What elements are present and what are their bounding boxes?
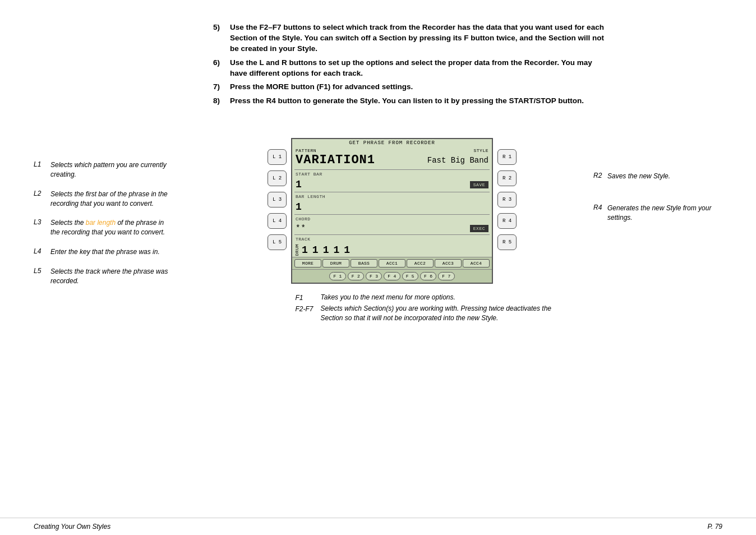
track-val-5: 1 (344, 245, 350, 256)
f4-button[interactable]: F 4 (384, 272, 400, 280)
annotation-l1: L1 Selects which pattern you are current… (34, 160, 196, 179)
start-bar-label: START BAR (296, 172, 322, 177)
right-buttons: R 1 R 2 R 3 R 4 R 5 (497, 149, 517, 256)
instruction-7: 7) Press the MORE button (F1) for advanc… (213, 82, 722, 93)
f1-button[interactable]: F 1 (329, 272, 345, 280)
l3-text: Selects the bar length of the phrase in … (50, 218, 174, 237)
instruction-6-num: 6) (213, 58, 230, 79)
l1-text: Selects which pattern you are currently … (50, 160, 174, 179)
l3-label: L3 (34, 218, 50, 226)
track-values: 1 1 1 1 1 (302, 245, 350, 256)
page-footer: Creating Your Own Styles P. 79 (0, 518, 756, 535)
pattern-value: VARIATION1 (296, 153, 375, 167)
more-button[interactable]: MORE (294, 259, 321, 268)
instruction-8-text: Press the R4 button to generate the Styl… (230, 96, 584, 107)
l4-button[interactable]: L 4 (268, 213, 287, 229)
track-label-row: TRACK (292, 236, 492, 243)
instruction-5-text: Use the F2–F7 buttons to select which tr… (230, 22, 611, 54)
lcd-screen: GET PHRASE FROM RECORDER PATTERN STYLE V… (291, 138, 493, 284)
drum-button[interactable]: DRUM (322, 259, 349, 268)
f3-button[interactable]: F 3 (366, 272, 382, 280)
f2-button[interactable]: F 2 (348, 272, 364, 280)
start-bar-row: START BAR (292, 170, 492, 178)
r5-button[interactable]: R 5 (497, 234, 517, 250)
lcd-title: GET PHRASE FROM RECORDER (292, 139, 492, 147)
track-val-4: 1 (333, 245, 339, 256)
pattern-label: PATTERN (296, 148, 316, 153)
r3-button[interactable]: R 3 (497, 192, 517, 207)
l4-text: Enter the key that the phrase was in. (50, 247, 160, 257)
instruction-7-num: 7) (213, 82, 230, 93)
instruction-7-text: Press the MORE button (F1) for advanced … (230, 82, 413, 93)
chord-value-row: ** EXEC (292, 223, 492, 234)
r4-text: Generates the new Style from your settin… (607, 204, 722, 223)
l5-label: L5 (34, 267, 50, 275)
annotation-l3: L3 Selects the bar length of the phrase … (34, 218, 196, 237)
bass-button[interactable]: BASS (351, 259, 377, 268)
style-label: STYLE (473, 148, 488, 153)
acc2-button[interactable]: ACC2 (407, 259, 434, 268)
r2-button[interactable]: R 2 (497, 170, 517, 186)
save-display-btn: SAVE (470, 181, 488, 188)
screen-wrapper: L 1 L 2 L 3 L 4 L 5 R 1 R 2 R 3 R 4 R 5 (291, 138, 493, 284)
l5-button[interactable]: L 5 (268, 234, 287, 250)
l4-label: L4 (34, 247, 50, 255)
r4-label: R4 (593, 204, 607, 211)
f7-button[interactable]: F 7 (438, 272, 454, 280)
diagram-area: L 1 L 2 L 3 L 4 L 5 R 1 R 2 R 3 R 4 R 5 (196, 127, 588, 524)
bar-length-value: 1 (296, 201, 302, 213)
f2f7-fn-label: F2-F7 (296, 304, 321, 323)
footnotes: F1 Takes you to the next menu for more o… (296, 293, 556, 324)
main-area: L1 Selects which pattern you are current… (34, 127, 722, 524)
annotation-l5: L5 Selects the track where the phrase wa… (34, 267, 196, 286)
annotation-l2: L2 Selects the first bar of the phrase i… (34, 190, 196, 209)
track-value-row: DRUM 1 1 1 1 1 (292, 243, 492, 257)
chord-label: CHORD (296, 216, 311, 222)
track-val-2: 1 (312, 245, 319, 256)
right-annotations: R2 Saves the new Style. R4 Generates the… (588, 127, 722, 524)
highlight-bar-length: bar length (86, 219, 116, 227)
annotation-l4: L4 Enter the key that the phrase was in. (34, 247, 196, 257)
f1-fn-text: Takes you to the next menu for more opti… (321, 293, 455, 303)
track-val-3: 1 (323, 245, 329, 256)
left-annotations: L1 Selects which pattern you are current… (34, 127, 196, 524)
l3-button[interactable]: L 3 (268, 192, 287, 207)
chord-label-row: CHORD (292, 215, 492, 223)
f6-button[interactable]: F 6 (420, 272, 436, 280)
start-bar-value: 1 (296, 179, 302, 190)
l1-label: L1 (34, 160, 50, 168)
acc1-button[interactable]: ACC1 (379, 259, 405, 268)
r2-text: Saves the new Style. (607, 172, 670, 181)
bar-length-label: BAR LENGTH (296, 194, 325, 199)
l5-text: Selects the track where the phrase was r… (50, 267, 174, 286)
instruction-8-num: 8) (213, 96, 230, 107)
instruction-5: 5) Use the F2–F7 buttons to select which… (213, 22, 722, 54)
acc3-button[interactable]: ACC3 (435, 259, 462, 268)
main-value-row: VARIATION1 Fast Big Band (292, 153, 492, 169)
pattern-style-row: PATTERN STYLE (292, 147, 492, 153)
track-val-1: 1 (302, 245, 308, 256)
footnote-f2f7: F2-F7 Selects which Section(s) you are w… (296, 304, 556, 323)
left-buttons: L 1 L 2 L 3 L 4 L 5 (268, 149, 287, 256)
instruction-5-num: 5) (213, 22, 230, 54)
l2-text: Selects the first bar of the phrase in t… (50, 190, 174, 209)
f2f7-fn-text: Selects which Section(s) you are working… (321, 304, 556, 323)
annotation-r4: R4 Generates the new Style from your set… (593, 204, 722, 223)
l2-label: L2 (34, 190, 50, 197)
instructions-section: 5) Use the F2–F7 buttons to select which… (213, 22, 722, 110)
exec-display-btn: EXEC (470, 225, 488, 232)
r2-label: R2 (593, 172, 607, 179)
r4-button[interactable]: R 4 (497, 213, 517, 229)
track-label: TRACK (296, 237, 311, 242)
l1-button[interactable]: L 1 (268, 149, 287, 165)
acc4-button[interactable]: ACC4 (463, 259, 490, 268)
track-drum-label: DRUM (294, 244, 299, 256)
footer-left: Creating Your Own Styles (34, 523, 110, 531)
r1-button[interactable]: R 1 (497, 149, 517, 165)
f5-button[interactable]: F 5 (402, 272, 418, 280)
footer-right: P. 79 (708, 523, 722, 531)
bar-length-value-row: 1 (292, 200, 492, 214)
footnote-f1: F1 Takes you to the next menu for more o… (296, 293, 556, 303)
l2-button[interactable]: L 2 (268, 170, 287, 186)
style-value: Fast Big Band (427, 156, 488, 165)
